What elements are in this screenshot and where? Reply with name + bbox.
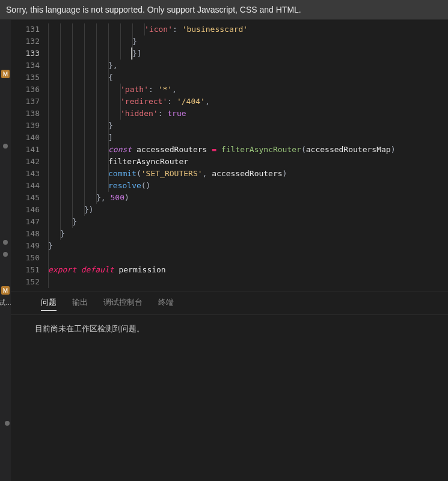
indent-guide xyxy=(48,252,49,264)
line-number: 152 xyxy=(13,276,40,288)
activity-item[interactable] xyxy=(0,164,11,176)
code-line[interactable]: }) xyxy=(48,204,448,216)
line-number: 132 xyxy=(13,35,40,47)
indent-guide xyxy=(48,276,49,288)
line-number: 144 xyxy=(13,180,40,192)
indent-guide xyxy=(132,35,133,47)
activity-item[interactable] xyxy=(0,56,11,68)
code-line[interactable]: { xyxy=(48,72,448,84)
code-text: filterAsyncRouter xyxy=(48,157,188,166)
code-text: 'icon': 'businesscard' xyxy=(48,25,248,34)
indent-guide xyxy=(60,156,61,168)
code-line[interactable]: } xyxy=(48,216,448,228)
dot-icon xyxy=(3,252,8,257)
indent-guide xyxy=(72,144,73,156)
indent-guide xyxy=(48,240,49,252)
indent-guide xyxy=(84,84,85,96)
code-text: } xyxy=(48,229,65,238)
code-text: } xyxy=(48,37,137,46)
code-line[interactable]: 'redirect': '/404', xyxy=(48,96,448,108)
code-line[interactable]: 'icon': 'businesscard' xyxy=(48,23,448,35)
activity-item[interactable] xyxy=(0,176,11,188)
indent-guide xyxy=(108,156,109,168)
code-line[interactable]: } xyxy=(48,120,448,132)
indent-guide xyxy=(96,96,97,108)
code-text: { xyxy=(48,73,113,82)
activity-item[interactable] xyxy=(0,128,11,140)
code-line[interactable]: ] xyxy=(48,132,448,144)
activity-item[interactable] xyxy=(0,200,11,212)
indent-guide xyxy=(108,120,109,132)
activity-item[interactable] xyxy=(0,188,11,200)
code-line[interactable]: 'hidden': true xyxy=(48,108,448,120)
activity-item[interactable] xyxy=(0,116,11,128)
indent-guide xyxy=(48,120,49,132)
indent-guide xyxy=(60,168,61,180)
vertical-scrollbar[interactable] xyxy=(441,20,447,292)
modified-badge-icon: M xyxy=(1,70,10,78)
code-line[interactable] xyxy=(48,276,448,288)
indent-guide xyxy=(96,180,97,192)
indent-guide xyxy=(96,23,97,35)
line-number: 146 xyxy=(13,204,40,216)
indent-guide xyxy=(72,23,73,35)
code-editor[interactable]: 1311321331341351361371381391401411421431… xyxy=(11,20,448,292)
activity-item[interactable] xyxy=(0,224,11,236)
activity-item[interactable] xyxy=(0,236,11,248)
indent-guide xyxy=(96,47,97,60)
indent-guide xyxy=(96,144,97,156)
panel-tab[interactable]: 问题 xyxy=(41,297,57,311)
indent-guide xyxy=(84,72,85,84)
code-line[interactable]: }] xyxy=(48,47,448,60)
editor-column: 1311321331341351361371381391401411421431… xyxy=(11,20,448,481)
panel-body: 目前尚未在工作区检测到问题。 xyxy=(11,315,448,343)
indent-guide xyxy=(48,47,49,60)
activity-item[interactable] xyxy=(0,104,11,116)
code-text: }, xyxy=(48,61,118,70)
code-line[interactable]: }, 500) xyxy=(48,192,448,204)
indent-guide xyxy=(120,47,121,60)
code-line[interactable]: } xyxy=(48,240,448,252)
problems-empty-message: 目前尚未在工作区检测到问题。 xyxy=(35,324,144,333)
indent-guide xyxy=(72,120,73,132)
code-line[interactable]: }, xyxy=(48,60,448,72)
activity-item[interactable] xyxy=(0,80,11,92)
indent-guide xyxy=(108,35,109,47)
activity-item[interactable] xyxy=(0,152,11,164)
panel-tab[interactable]: 输出 xyxy=(72,297,88,311)
indent-guide xyxy=(108,60,109,72)
code-line[interactable]: export default permission xyxy=(48,264,448,276)
panel-tab[interactable]: 调试控制台 xyxy=(103,297,143,311)
activity-item[interactable]: M xyxy=(0,284,11,296)
indent-guide xyxy=(108,72,109,84)
indent-guide xyxy=(60,144,61,156)
panel-tab[interactable]: 终端 xyxy=(158,297,174,311)
indent-guide xyxy=(60,72,61,84)
code-line[interactable]: } xyxy=(48,228,448,240)
activity-item[interactable] xyxy=(0,272,11,284)
activity-item[interactable] xyxy=(0,260,11,272)
line-number: 147 xyxy=(13,216,40,228)
code-line[interactable]: commit('SET_ROUTERS', accessedRouters) xyxy=(48,168,448,180)
indent-guide xyxy=(84,47,85,60)
code-line[interactable]: filterAsyncRouter xyxy=(48,156,448,168)
indent-guide xyxy=(60,120,61,132)
activity-bar: MM试… xyxy=(0,20,11,481)
activity-item[interactable] xyxy=(0,248,11,260)
activity-item[interactable] xyxy=(0,140,11,152)
code-line[interactable]: resolve() xyxy=(48,180,448,192)
activity-item[interactable]: M xyxy=(0,68,11,80)
code-line[interactable]: 'path': '*', xyxy=(48,84,448,96)
code-text: }) xyxy=(48,205,94,214)
indent-guide xyxy=(96,35,97,47)
code-line[interactable]: } xyxy=(48,35,448,47)
code-line[interactable] xyxy=(48,252,448,264)
code-line[interactable]: const accessedRouters = filterAsyncRoute… xyxy=(48,144,448,156)
code-content[interactable]: 'icon': 'businesscard'}}]},{'path': '*',… xyxy=(46,20,448,292)
activity-item[interactable]: 试… xyxy=(0,296,11,308)
activity-item[interactable] xyxy=(0,92,11,104)
indent-guide xyxy=(48,156,49,168)
indent-guide xyxy=(48,60,49,72)
line-number: 135 xyxy=(13,72,40,84)
activity-item[interactable] xyxy=(0,212,11,224)
